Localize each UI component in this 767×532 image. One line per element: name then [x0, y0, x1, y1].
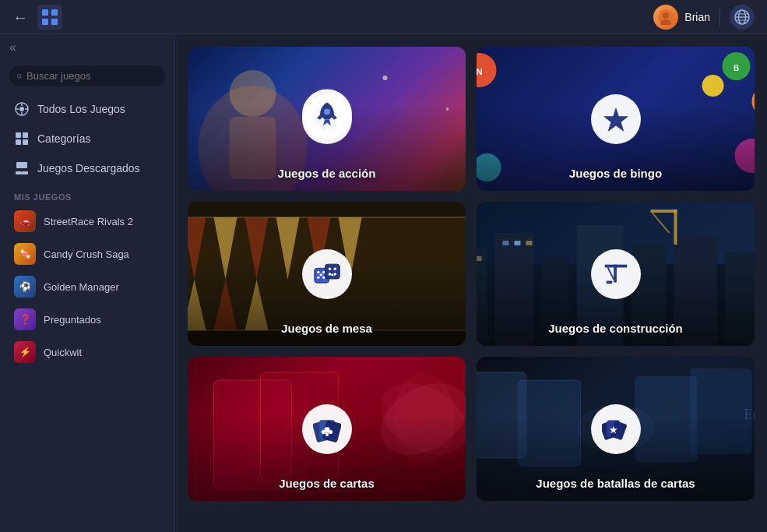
- quickwit-label: Quickwit: [44, 347, 82, 358]
- svg-point-61: [317, 276, 319, 278]
- cartas-label: Juegos de cartas: [188, 477, 466, 490]
- svg-point-33: [324, 108, 330, 115]
- sidebar-collapse-button[interactable]: «: [0, 34, 174, 61]
- sidebar-item-all-games[interactable]: Todos Los Juegos: [0, 94, 174, 124]
- language-button[interactable]: [730, 5, 755, 30]
- all-games-icon: [14, 101, 30, 117]
- cartas-content: Juegos de cartas: [188, 357, 466, 501]
- svg-rect-20: [16, 132, 21, 138]
- bingo-icon: [591, 94, 641, 144]
- candycrush-thumb: 🍬: [14, 243, 36, 265]
- all-games-label: Todos Los Juegos: [37, 103, 125, 115]
- categories-grid: Juegos de acción: [188, 47, 755, 501]
- sidebar-item-candycrush[interactable]: 🍬 Candy Crush Saga: [0, 238, 174, 270]
- my-games-section-label: MIS JUEGOS: [0, 183, 174, 205]
- mesa-content: Juegos de mesa: [188, 202, 466, 346]
- app-header: ← Brian: [0, 0, 767, 34]
- svg-rect-89: [604, 264, 626, 267]
- search-icon: [17, 71, 22, 82]
- golden-thumb: ⚽: [14, 276, 36, 298]
- search-box[interactable]: [9, 65, 165, 86]
- construccion-label: Juegos de construcción: [477, 322, 755, 335]
- category-card-cartas[interactable]: Juegos de cartas: [188, 357, 466, 501]
- svg-point-70: [333, 273, 336, 275]
- app-logo: [37, 5, 62, 30]
- sidebar: « Todos Los Juegos: [0, 34, 175, 532]
- sidebar-item-golden[interactable]: ⚽ Golden Manager: [0, 270, 174, 303]
- preguntados-thumb: ❓: [14, 308, 36, 330]
- svg-rect-2: [42, 19, 48, 25]
- sidebar-item-quickwit[interactable]: ⚡ Quickwit: [0, 336, 174, 368]
- svg-point-62: [322, 276, 325, 278]
- main-content: Juegos de acción: [175, 34, 767, 532]
- sidebar-item-preguntados[interactable]: ❓ Preguntados: [0, 303, 174, 336]
- sidebar-item-downloaded[interactable]: Juegos Descargados: [0, 153, 174, 183]
- sidebar-item-categories[interactable]: Categorías: [0, 124, 174, 153]
- svg-point-66: [328, 267, 330, 270]
- downloaded-label: Juegos Descargados: [37, 162, 140, 174]
- header-left: ←: [12, 5, 62, 30]
- bingo-content: Juegos de bingo: [477, 47, 755, 191]
- batallas-icon: [591, 404, 641, 454]
- preguntados-label: Preguntados: [44, 314, 101, 326]
- user-name-label: Brian: [684, 11, 710, 23]
- svg-line-13: [20, 77, 21, 78]
- svg-point-59: [317, 270, 319, 273]
- search-input[interactable]: [26, 70, 157, 82]
- svg-rect-1: [51, 9, 58, 16]
- category-card-mesa[interactable]: Juegos de mesa: [188, 202, 466, 346]
- header-right: Brian: [653, 5, 755, 30]
- main-layout: « Todos Los Juegos: [0, 34, 767, 532]
- back-button[interactable]: ←: [12, 9, 28, 25]
- bingo-label: Juegos de bingo: [477, 167, 755, 180]
- svg-point-69: [328, 273, 330, 275]
- header-divider: [720, 8, 720, 26]
- svg-point-67: [333, 267, 336, 270]
- candycrush-label: Candy Crush Saga: [44, 248, 129, 260]
- category-card-bingo[interactable]: N B G: [477, 47, 755, 191]
- sidebar-item-streetrace[interactable]: 🚗 StreetRace Rivals 2: [0, 205, 174, 238]
- category-card-accion[interactable]: Juegos de acción: [188, 47, 466, 191]
- svg-rect-25: [16, 162, 27, 168]
- batallas-label: Juegos de batallas de cartas: [477, 477, 755, 490]
- avatar: [653, 5, 678, 30]
- construccion-content: Juegos de construcción: [477, 202, 755, 346]
- svg-point-63: [319, 273, 322, 276]
- mesa-icon: [302, 249, 352, 299]
- svg-point-5: [663, 12, 669, 19]
- svg-point-103: [328, 429, 332, 433]
- category-card-batallas[interactable]: Enlj Juegos de: [477, 357, 755, 501]
- svg-point-15: [19, 107, 24, 111]
- quickwit-thumb: ⚡: [14, 341, 36, 363]
- user-section[interactable]: Brian: [653, 5, 710, 30]
- downloaded-icon: [14, 160, 30, 176]
- categories-icon: [14, 131, 30, 146]
- construccion-icon: [591, 249, 641, 299]
- svg-rect-3: [51, 19, 58, 25]
- golden-label: Golden Manager: [44, 281, 119, 293]
- svg-rect-91: [606, 280, 612, 284]
- svg-point-102: [321, 429, 325, 433]
- svg-rect-0: [42, 9, 48, 16]
- svg-rect-104: [325, 432, 329, 436]
- batallas-content: Juegos de batallas de cartas: [477, 357, 755, 501]
- svg-rect-22: [16, 139, 21, 145]
- svg-rect-23: [23, 139, 28, 145]
- accion-icon-circle: [302, 89, 352, 139]
- categories-label: Categorías: [37, 132, 90, 145]
- mesa-label: Juegos de mesa: [188, 322, 466, 335]
- svg-point-60: [322, 270, 325, 273]
- streetrace-thumb: 🚗: [14, 210, 36, 232]
- svg-marker-45: [603, 107, 628, 131]
- category-card-construccion[interactable]: Juegos de construcción: [477, 202, 755, 346]
- cartas-icon: [302, 404, 352, 454]
- svg-rect-21: [23, 132, 28, 138]
- streetrace-label: StreetRace Rivals 2: [44, 216, 133, 227]
- accion-label: Juegos de acción: [188, 167, 466, 180]
- svg-point-68: [331, 273, 333, 276]
